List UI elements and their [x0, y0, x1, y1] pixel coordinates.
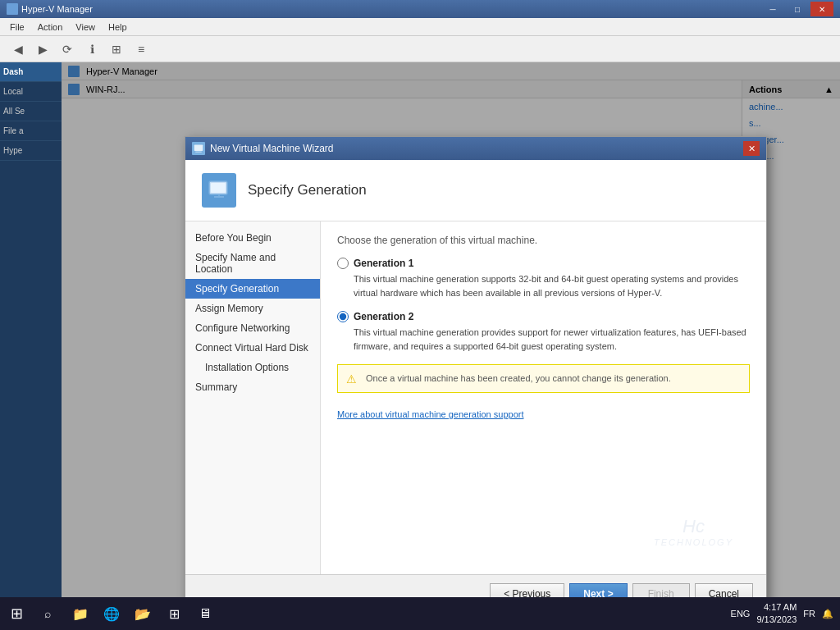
sidebar-item-hyperv[interactable]: Hype	[0, 141, 62, 161]
sidebar-item-file[interactable]: File a	[0, 121, 62, 141]
sidebar-item-allservers[interactable]: All Se	[0, 102, 62, 121]
taskbar-clock: 4:17 AM 9/13/2023	[756, 601, 797, 627]
grid-button[interactable]: ⊞	[105, 39, 128, 60]
generation1-description: This virtual machine generation supports…	[354, 272, 750, 299]
nav-configure-networking[interactable]: Configure Networking	[185, 318, 320, 338]
taskbar-task-view[interactable]: ⊞	[159, 597, 189, 630]
svg-rect-0	[194, 145, 203, 152]
nav-specify-generation[interactable]: Specify Generation	[185, 279, 320, 299]
taskbar-locale: ENG	[731, 609, 751, 619]
warning-icon: ⚠	[346, 372, 359, 386]
menu-view[interactable]: View	[69, 21, 102, 34]
warning-text: Once a virtual machine has been created,…	[366, 372, 671, 386]
sidebar-item-dash[interactable]: Dash	[0, 62, 62, 82]
dialog-content: Choose the generation of this virtual ma…	[321, 221, 766, 574]
taskbar-notifications[interactable]: 🔔	[822, 609, 833, 619]
taskbar-pinned-icons: 📁 🌐 📂 ⊞ 🖥	[66, 597, 220, 630]
dialog-nav: Before You Begin Specify Name and Locati…	[185, 221, 321, 574]
menu-file[interactable]: File	[3, 21, 31, 34]
nav-before-you-begin[interactable]: Before You Begin	[185, 228, 320, 248]
generation2-label[interactable]: Generation 2	[354, 311, 413, 322]
search-button[interactable]: ⌕	[33, 597, 62, 630]
taskbar-ie[interactable]: 🌐	[97, 597, 126, 630]
back-button[interactable]: ◀	[7, 39, 30, 60]
generation2-description: This virtual machine generation provides…	[354, 326, 750, 353]
svg-rect-3	[211, 183, 226, 193]
dialog-title: New Virtual Machine Wizard	[210, 143, 334, 154]
sm-app-icon	[7, 3, 18, 15]
titlebar: Hyper-V Manager ─ □ ✕	[0, 0, 840, 18]
dialog-app-icon	[192, 142, 205, 155]
maximize-button[interactable]: □	[786, 2, 809, 16]
list-button[interactable]: ≡	[130, 39, 153, 60]
taskbar-server-manager[interactable]: 🖥	[190, 597, 220, 630]
generation2-radio[interactable]	[337, 311, 349, 322]
new-vm-wizard-dialog: New Virtual Machine Wizard ✕ Specify Gen…	[185, 136, 767, 614]
dialog-titlebar: New Virtual Machine Wizard ✕	[185, 137, 766, 160]
server-manager-window: Hyper-V Manager ─ □ ✕ File Action View H…	[0, 0, 840, 597]
content-panel: Hyper-V Manager WIN-RJ... Actions ▲ achi…	[62, 62, 840, 597]
taskbar-folder[interactable]: 📂	[128, 597, 158, 630]
taskbar-system-tray: ENG 4:17 AM 9/13/2023 FR 🔔	[731, 601, 840, 627]
dialog-header: Specify Generation	[185, 160, 766, 221]
dialog-header-title: Specify Generation	[248, 182, 367, 199]
radio-generation-group: Generation 1 This virtual machine genera…	[337, 258, 750, 353]
taskbar: ⊞ ⌕ 📁 🌐 📂 ⊞ 🖥 ENG 4:17 AM 9/13/2023 FR 🔔	[0, 597, 840, 630]
forward-button[interactable]: ▶	[31, 39, 54, 60]
start-button[interactable]: ⊞	[0, 597, 33, 630]
taskbar-file-explorer[interactable]: 📁	[66, 597, 95, 630]
taskbar-day: FR	[803, 609, 815, 619]
content-description: Choose the generation of this virtual ma…	[337, 235, 750, 246]
generation1-option: Generation 1 This virtual machine genera…	[337, 258, 750, 299]
nav-connect-vhd[interactable]: Connect Virtual Hard Disk	[185, 338, 320, 358]
svg-rect-1	[195, 152, 202, 153]
refresh-button[interactable]: ⟳	[56, 39, 79, 60]
info-button[interactable]: ℹ	[80, 39, 103, 60]
menu-action[interactable]: Action	[31, 21, 70, 34]
window-controls: ─ □ ✕	[761, 2, 833, 16]
nav-assign-memory[interactable]: Assign Memory	[185, 299, 320, 318]
more-info-link[interactable]: More about virtual machine generation su…	[337, 409, 523, 419]
generation1-radio[interactable]	[337, 258, 349, 269]
close-button[interactable]: ✕	[810, 2, 833, 16]
watermark: Hc TECHNOLOGY	[654, 516, 733, 547]
generation1-label[interactable]: Generation 1	[354, 258, 413, 269]
generation2-option: Generation 2 This virtual machine genera…	[337, 311, 750, 353]
dialog-close-button[interactable]: ✕	[743, 141, 760, 156]
nav-summary[interactable]: Summary	[185, 377, 320, 397]
toolbar: ◀ ▶ ⟳ ℹ ⊞ ≡	[0, 36, 840, 62]
main-content: Dash Local All Se File a Hype Hyper-V Ma…	[0, 62, 840, 597]
sidebar: Dash Local All Se File a Hype	[0, 62, 62, 597]
menubar: File Action View Help	[0, 18, 840, 36]
nav-specify-name[interactable]: Specify Name and Location	[185, 248, 320, 279]
dialog-header-icon	[202, 173, 236, 208]
minimize-button[interactable]: ─	[761, 2, 784, 16]
dialog-body: Before You Begin Specify Name and Locati…	[185, 221, 766, 574]
sidebar-item-local[interactable]: Local	[0, 82, 62, 102]
titlebar-label: Hyper-V Manager	[21, 4, 93, 14]
menu-help[interactable]: Help	[102, 21, 134, 34]
nav-installation-options[interactable]: Installation Options	[185, 358, 320, 377]
warning-box: ⚠ Once a virtual machine has been create…	[337, 364, 750, 393]
